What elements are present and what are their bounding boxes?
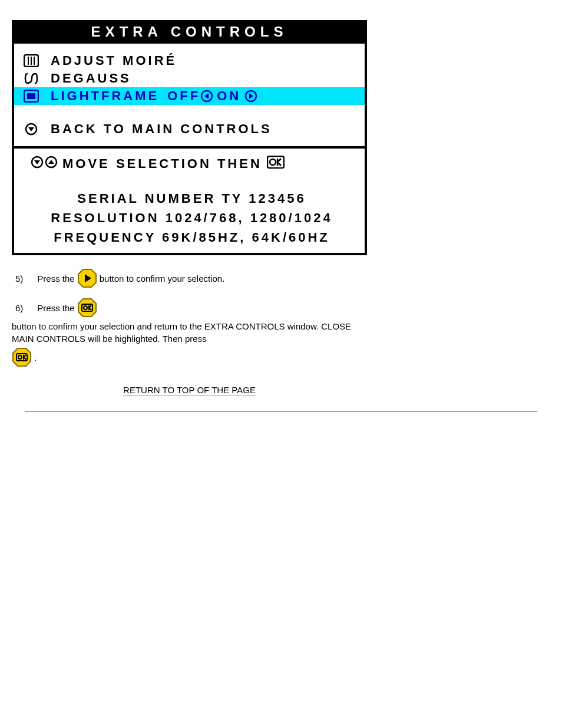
serial-text: SERIAL NUMBER TY 123456: [22, 189, 361, 208]
lightframe-off: OFF: [167, 88, 200, 104]
osd-title: EXTRA CONTROLS: [14, 22, 365, 44]
svg-marker-7: [204, 93, 209, 99]
step-6: 6) Press the button to confirm your sele…: [12, 298, 367, 367]
step-text: button to confirm your selection and ret…: [12, 320, 367, 345]
hint-text: MOVE SELECTION THEN: [62, 156, 262, 172]
svg-marker-15: [48, 160, 54, 164]
menu-item-degauss[interactable]: DEGAUSS: [22, 70, 361, 87]
up-icon: [45, 156, 58, 172]
menu-item-back[interactable]: BACK TO MAIN CONTROLS: [22, 120, 361, 138]
frequency-text: FREQUENCY 69K/85HZ, 64K/60HZ: [22, 228, 361, 247]
degauss-icon: [22, 72, 40, 85]
step-text: Press the: [37, 272, 74, 285]
step-text: button to confirm your selection.: [100, 272, 225, 285]
menu-item-label: ADJUST MOIRÉ: [51, 53, 177, 68]
lightframe-on: ON: [217, 88, 241, 104]
info-block: SERIAL NUMBER TY 123456 RESOLUTION 1024/…: [22, 172, 361, 248]
return-to-top-link[interactable]: RETURN TO TOP OF THE PAGE: [12, 385, 367, 395]
instructions: 5) Press the button to confirm your sele…: [12, 268, 367, 367]
svg-marker-11: [28, 127, 34, 131]
ok-button-icon: [77, 298, 97, 318]
ok-button-icon: [12, 347, 32, 367]
right-button-icon: [77, 268, 97, 288]
step-text: Press the: [37, 302, 74, 314]
step-text: .: [34, 351, 37, 364]
menu-item-lightframe[interactable]: LIGHTFRAME OFF ON: [14, 87, 365, 105]
svg-point-17: [270, 159, 276, 165]
back-icon: [22, 123, 40, 136]
step-5: 5) Press the button to confirm your sele…: [12, 268, 367, 288]
menu-item-moire[interactable]: ADJUST MOIRÉ: [22, 52, 361, 70]
lightframe-icon: [22, 90, 40, 103]
osd-body: ADJUST MOIRÉ DEGAUSS LIGHTFRAME OFF ON: [14, 44, 365, 253]
ok-icon: [267, 156, 285, 172]
hint-row: MOVE SELECTION THEN: [22, 156, 361, 172]
resolution-text: RESOLUTION 1024/768, 1280/1024: [22, 208, 361, 228]
svg-marker-13: [34, 160, 40, 164]
svg-marker-9: [249, 93, 253, 99]
menu-item-label: DEGAUSS: [51, 71, 131, 86]
horizontal-rule: [25, 411, 537, 412]
step-number: 5): [15, 272, 23, 285]
arrow-left-icon: [200, 90, 213, 103]
moire-icon: [22, 54, 40, 67]
divider: [14, 146, 365, 149]
arrow-right-icon: [244, 90, 257, 103]
down-icon: [31, 156, 44, 172]
osd-panel: EXTRA CONTROLS ADJUST MOIRÉ DEGAUSS LIGH…: [12, 20, 367, 255]
menu-item-label: LIGHTFRAME: [51, 88, 159, 104]
step-number: 6): [15, 302, 23, 314]
svg-rect-5: [27, 93, 35, 99]
menu-item-label: BACK TO MAIN CONTROLS: [51, 121, 272, 137]
